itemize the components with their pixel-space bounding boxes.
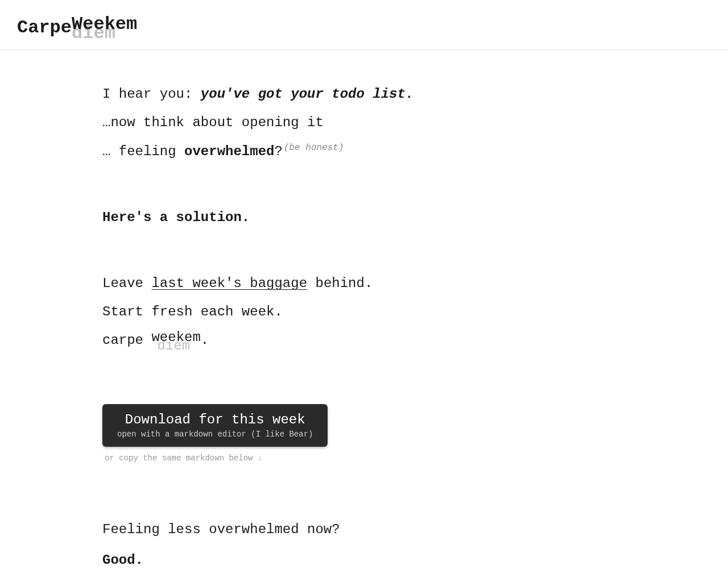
- solution-line-3-prefix: carpe: [102, 332, 151, 348]
- solution-line-1-prefix: Leave: [102, 276, 151, 291]
- solution-line-3: carpe diemweekem.: [102, 330, 552, 351]
- intro-aside: (be honest): [284, 143, 344, 153]
- copy-markdown-hint: or copy the same markdown below ↓: [105, 454, 552, 463]
- inline-weekem: weekem: [151, 330, 200, 345]
- baggage-link[interactable]: last week's baggage: [151, 276, 307, 291]
- intro-line-1: I hear you: you've got your todo list.: [102, 84, 552, 105]
- download-button-subtitle: open with a markdown editor (I like Bear…: [117, 430, 313, 439]
- intro-line-3-prefix: … feeling: [102, 144, 184, 159]
- title-weekem: Weekem: [72, 14, 137, 35]
- intro-line-3: … feeling overwhelmed?(be honest): [102, 141, 552, 162]
- intro-line-2: …now think about opening it: [102, 113, 552, 133]
- page-header: Carpe diemWeekem: [0, 0, 728, 50]
- intro-lead: I hear you:: [102, 86, 201, 102]
- intro-line-3-bold: overwhelmed: [184, 144, 274, 159]
- page-title: Carpe diemWeekem: [17, 17, 137, 38]
- closing-line-1: Feeling less overwhelmed now?: [102, 519, 552, 540]
- intro-emphasis: you've got your todo list.: [201, 86, 413, 102]
- title-word-swap: diemWeekem: [72, 17, 137, 38]
- intro-line-3-suffix: ?: [274, 144, 282, 159]
- solution-line-1: Leave last week's baggage behind.: [102, 273, 552, 294]
- solution-line-2: Start fresh each week.: [102, 302, 552, 322]
- main-content: I hear you: you've got your todo list. ……: [0, 50, 569, 582]
- download-button[interactable]: Download for this week open with a markd…: [102, 404, 328, 447]
- closing-section: Feeling less overwhelmed now? Good. Come…: [102, 519, 552, 582]
- solution-line-3-suffix: .: [201, 332, 209, 348]
- closing-line-2: Good.: [102, 550, 552, 571]
- solution-line-1-suffix: behind.: [307, 276, 373, 291]
- solution-heading: Here's a solution.: [102, 207, 552, 228]
- download-button-title: Download for this week: [117, 412, 313, 427]
- title-prefix: Carpe: [17, 17, 72, 38]
- inline-word-swap: diemweekem: [151, 330, 200, 351]
